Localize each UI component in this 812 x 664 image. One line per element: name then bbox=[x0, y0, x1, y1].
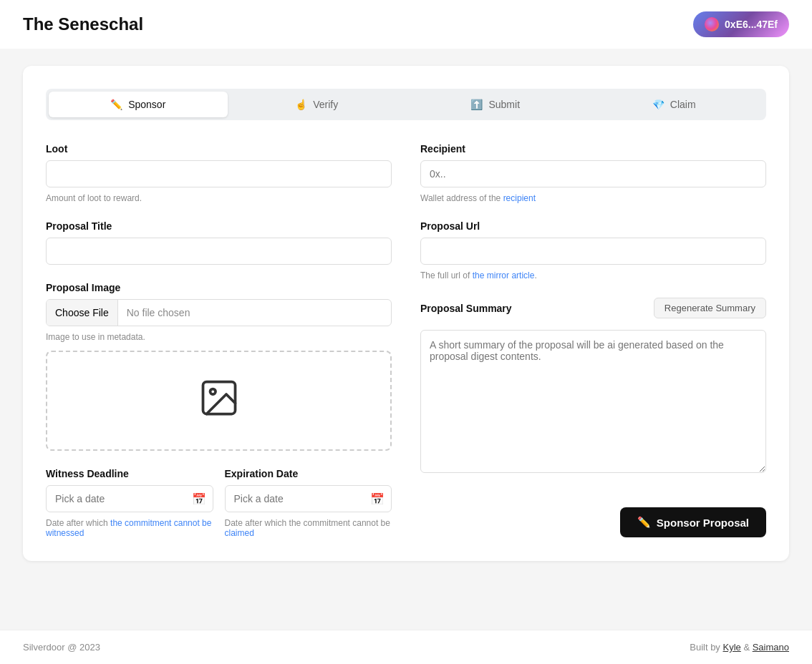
verify-icon: ☝️ bbox=[295, 99, 307, 110]
submit-row: ✏️ Sponsor Proposal bbox=[420, 507, 766, 537]
footer-author2-link[interactable]: Saimano bbox=[753, 642, 789, 653]
witness-deadline-input[interactable] bbox=[46, 485, 213, 512]
proposal-title-input[interactable] bbox=[46, 238, 392, 265]
proposal-title-group: Proposal Title bbox=[46, 220, 392, 265]
expiration-hint-link: claimed bbox=[225, 528, 254, 538]
wallet-avatar bbox=[705, 17, 719, 31]
expiration-date-input[interactable] bbox=[225, 485, 392, 512]
witness-deadline-group: Witness Deadline 📅 Date after which the … bbox=[46, 468, 213, 538]
proposal-image-label: Proposal Image bbox=[46, 282, 392, 293]
sponsor-btn-icon: ✏️ bbox=[637, 516, 651, 529]
tab-submit[interactable]: ⬆️ Submit bbox=[406, 92, 585, 117]
form-card: ✏️ Sponsor ☝️ Verify ⬆️ Submit 💎 Claim bbox=[23, 66, 789, 561]
expiration-date-input-wrapper: 📅 bbox=[225, 485, 392, 512]
submit-icon: ⬆️ bbox=[470, 99, 483, 110]
main-content: ✏️ Sponsor ☝️ Verify ⬆️ Submit 💎 Claim bbox=[0, 49, 812, 630]
form-layout: Loot Amount of loot to reward. Proposal … bbox=[46, 143, 766, 538]
proposal-summary-group: Proposal Summary Regenerate Summary bbox=[420, 298, 766, 473]
choose-file-button[interactable]: Choose File bbox=[47, 300, 118, 326]
loot-hint: Amount of loot to reward. bbox=[46, 193, 392, 203]
tab-verify[interactable]: ☝️ Verify bbox=[228, 92, 407, 117]
sponsor-btn-label: Sponsor Proposal bbox=[657, 517, 749, 529]
recipient-label: Recipient bbox=[420, 143, 766, 155]
tab-verify-label: Verify bbox=[313, 99, 338, 110]
app-header: The Seneschal 0xE6...47Ef bbox=[0, 0, 812, 49]
file-name-label: No file chosen bbox=[118, 300, 199, 326]
image-drop-zone[interactable] bbox=[46, 351, 392, 451]
sponsor-proposal-button[interactable]: ✏️ Sponsor Proposal bbox=[620, 507, 766, 537]
recipient-hint-link: recipient bbox=[503, 193, 536, 203]
loot-group: Loot Amount of loot to reward. bbox=[46, 143, 392, 203]
footer-copyright: Silverdoor @ 2023 bbox=[23, 642, 100, 653]
image-hint: Image to use in metadata. bbox=[46, 332, 392, 342]
url-hint-link: the mirror article bbox=[473, 270, 535, 280]
proposal-url-hint: The full url of the mirror article. bbox=[420, 270, 766, 280]
witness-deadline-label: Witness Deadline bbox=[46, 468, 213, 479]
proposal-url-group: Proposal Url The full url of the mirror … bbox=[420, 220, 766, 280]
recipient-hint: Wallet address of the recipient bbox=[420, 193, 766, 203]
footer-built-by: Built by Kyle & Saimano bbox=[690, 642, 789, 653]
choose-file-label: Choose File bbox=[55, 307, 109, 318]
proposal-summary-textarea[interactable] bbox=[420, 330, 766, 473]
witness-hint-link: the commitment cannot be witnessed bbox=[46, 518, 211, 538]
right-column: Recipient Wallet address of the recipien… bbox=[420, 143, 766, 537]
proposal-title-label: Proposal Title bbox=[46, 220, 392, 232]
footer: Silverdoor @ 2023 Built by Kyle & Saiman… bbox=[0, 630, 812, 664]
tab-sponsor-label: Sponsor bbox=[128, 99, 165, 110]
proposal-url-input[interactable] bbox=[420, 238, 766, 265]
edit-icon: ✏️ bbox=[110, 99, 122, 110]
wallet-address: 0xE6...47Ef bbox=[725, 19, 778, 30]
tab-claim[interactable]: 💎 Claim bbox=[585, 92, 764, 117]
tab-claim-label: Claim bbox=[670, 99, 696, 110]
date-row: Witness Deadline 📅 Date after which the … bbox=[46, 468, 392, 538]
wallet-button[interactable]: 0xE6...47Ef bbox=[693, 11, 789, 37]
file-input-wrapper: Choose File No file chosen bbox=[46, 299, 392, 326]
expiration-date-label: Expiration Date bbox=[225, 468, 392, 479]
regenerate-summary-button[interactable]: Regenerate Summary bbox=[654, 298, 766, 318]
witness-deadline-input-wrapper: 📅 bbox=[46, 485, 213, 512]
expiration-date-group: Expiration Date 📅 Date after which the c… bbox=[225, 468, 392, 538]
footer-author1-link[interactable]: Kyle bbox=[722, 642, 740, 653]
claim-icon: 💎 bbox=[652, 99, 664, 110]
recipient-group: Recipient Wallet address of the recipien… bbox=[420, 143, 766, 203]
tab-bar: ✏️ Sponsor ☝️ Verify ⬆️ Submit 💎 Claim bbox=[46, 89, 766, 120]
left-column: Loot Amount of loot to reward. Proposal … bbox=[46, 143, 392, 538]
tab-submit-label: Submit bbox=[488, 99, 520, 110]
svg-point-1 bbox=[210, 389, 216, 395]
proposal-summary-label: Proposal Summary bbox=[420, 303, 512, 314]
recipient-input[interactable] bbox=[420, 160, 766, 187]
app-title: The Seneschal bbox=[23, 14, 143, 34]
proposal-url-label: Proposal Url bbox=[420, 220, 766, 232]
expiration-date-hint: Date after which the commitment cannot b… bbox=[225, 518, 392, 538]
loot-input[interactable] bbox=[46, 160, 392, 187]
tab-sponsor[interactable]: ✏️ Sponsor bbox=[49, 92, 228, 117]
proposal-summary-header: Proposal Summary Regenerate Summary bbox=[420, 298, 766, 318]
image-placeholder-icon bbox=[198, 376, 241, 425]
proposal-image-group: Proposal Image Choose File No file chose… bbox=[46, 282, 392, 451]
loot-label: Loot bbox=[46, 143, 392, 155]
witness-deadline-hint: Date after which the commitment cannot b… bbox=[46, 518, 213, 538]
